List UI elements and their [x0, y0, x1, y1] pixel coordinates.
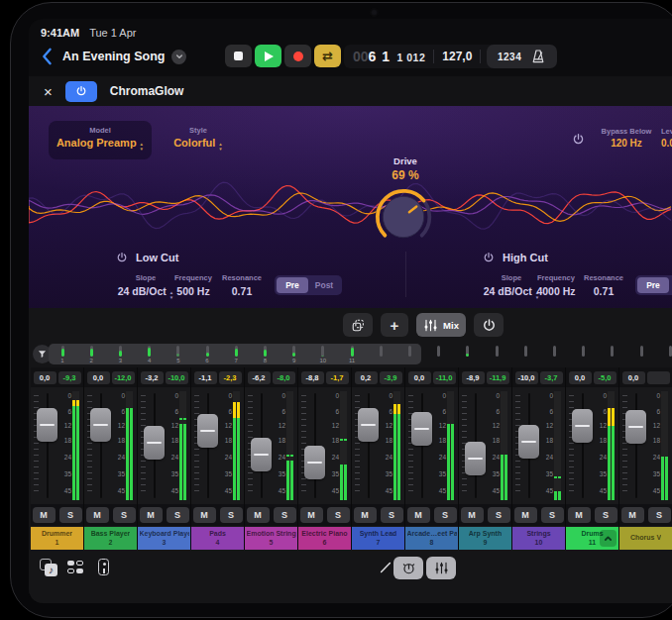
channel-volume-value[interactable]: 0,0: [622, 371, 645, 384]
mixer-view-button[interactable]: [426, 557, 456, 579]
power-button[interactable]: [474, 313, 504, 337]
close-icon[interactable]: ×: [44, 84, 53, 99]
fader-handle[interactable]: [572, 409, 593, 443]
track-overview-slots[interactable]: 1234567891011: [49, 344, 672, 365]
fader-handle[interactable]: [465, 442, 486, 475]
track-label[interactable]: Chorus V: [619, 527, 672, 550]
overview-track-slot[interactable]: 1: [56, 346, 69, 363]
play-button[interactable]: [255, 45, 281, 67]
channel-volume-value[interactable]: -8,8: [301, 371, 324, 384]
overview-track-slot[interactable]: [374, 346, 388, 357]
channel-volume-value[interactable]: -8,9: [462, 371, 485, 384]
duplicate-button[interactable]: [343, 313, 373, 337]
level-control[interactable]: Level 0.0: [661, 127, 672, 149]
metronome-icon[interactable]: [530, 49, 546, 64]
cycle-button[interactable]: ⇄: [314, 45, 341, 67]
style-selector[interactable]: Style Colorful▲▼: [162, 121, 235, 159]
solo-button[interactable]: S: [220, 507, 243, 523]
track-label[interactable]: Drummer1: [31, 527, 83, 550]
solo-button[interactable]: S: [541, 507, 564, 523]
model-selector[interactable]: Model Analog Preamp▲▼: [49, 121, 152, 159]
overview-track-slot[interactable]: [663, 346, 672, 357]
channel-volume-value[interactable]: 0,0: [408, 371, 431, 384]
bypass-below-control[interactable]: Bypass Below 120 Hz: [591, 127, 662, 149]
solo-button[interactable]: S: [595, 507, 617, 523]
solo-button[interactable]: S: [648, 507, 671, 523]
mute-button[interactable]: M: [193, 507, 216, 523]
low-cut-resonance[interactable]: Resonance 0.71: [210, 273, 274, 297]
mute-button[interactable]: M: [354, 507, 377, 523]
overview-track-slot[interactable]: 6: [200, 346, 214, 363]
channel-volume-value[interactable]: -6,2: [248, 371, 271, 384]
channel-volume-value[interactable]: -3,2: [141, 371, 164, 384]
overview-track-slot[interactable]: 2: [84, 346, 98, 363]
channel-volume-value[interactable]: 0,0: [569, 371, 592, 384]
overview-track-slot[interactable]: [402, 346, 416, 357]
mute-button[interactable]: M: [407, 507, 430, 523]
record-button[interactable]: [284, 45, 311, 67]
fader-handle[interactable]: [37, 408, 57, 442]
solo-button[interactable]: S: [274, 507, 296, 523]
mute-button[interactable]: M: [461, 507, 484, 523]
pre-segment[interactable]: Pre: [637, 277, 669, 293]
mix-view-button[interactable]: Mix: [416, 313, 466, 337]
mute-button[interactable]: M: [86, 507, 109, 523]
plugin-power-button[interactable]: [65, 81, 97, 102]
low-cut-power-icon[interactable]: [116, 252, 128, 263]
collapse-chevron-icon[interactable]: [600, 530, 616, 547]
overview-track-slot[interactable]: 9: [287, 346, 301, 363]
back-chevron-icon[interactable]: [41, 48, 53, 65]
pencil-icon[interactable]: [378, 560, 393, 575]
track-label[interactable]: Drums11: [566, 527, 618, 550]
fader-strip-icon[interactable]: [94, 558, 114, 577]
stop-button[interactable]: [225, 45, 252, 67]
channel-volume-value[interactable]: 0,0: [87, 371, 110, 384]
solo-button[interactable]: S: [488, 507, 510, 523]
solo-button[interactable]: S: [434, 507, 457, 523]
fader-handle[interactable]: [304, 446, 325, 479]
fader-handle[interactable]: [411, 412, 432, 446]
overview-track-slot[interactable]: 5: [171, 346, 185, 363]
post-segment[interactable]: Post: [308, 277, 340, 293]
overview-track-slot[interactable]: [461, 346, 475, 357]
mute-button[interactable]: M: [621, 507, 644, 523]
channel-volume-value[interactable]: 0,2: [355, 371, 378, 384]
mute-button[interactable]: M: [247, 507, 270, 523]
controls-view-button[interactable]: [393, 557, 423, 579]
fader-handle[interactable]: [625, 410, 646, 444]
solo-button[interactable]: S: [327, 507, 350, 523]
solo-button[interactable]: S: [59, 507, 82, 523]
sound-library-icon[interactable]: [66, 558, 86, 577]
overview-track-slot[interactable]: [432, 346, 446, 357]
mute-button[interactable]: M: [140, 507, 163, 523]
overview-track-slot[interactable]: 4: [143, 346, 157, 363]
overview-track-slot[interactable]: 7: [229, 346, 243, 363]
overview-track-slot[interactable]: [518, 346, 532, 357]
overview-track-slot[interactable]: [577, 346, 591, 357]
high-cut-resonance[interactable]: Resonance 0.71: [572, 273, 635, 297]
overview-track-slot[interactable]: 3: [113, 346, 127, 363]
track-label[interactable]: Arp Synth9: [459, 527, 511, 550]
solo-button[interactable]: S: [381, 507, 403, 523]
overview-track-slot[interactable]: [490, 346, 504, 357]
bypass-power-icon[interactable]: [572, 133, 585, 146]
fader-handle[interactable]: [144, 426, 165, 460]
drive-control[interactable]: Drive 69 %: [372, 155, 439, 249]
mute-button[interactable]: M: [33, 507, 56, 523]
track-label[interactable]: Electric Piano6: [298, 527, 351, 550]
fader-handle[interactable]: [518, 425, 539, 459]
add-track-button[interactable]: +: [381, 313, 408, 337]
track-label[interactable]: Keyboard Player3: [138, 527, 190, 550]
track-label[interactable]: Bass Player2: [84, 527, 137, 550]
fader-handle[interactable]: [197, 414, 218, 448]
fader-handle[interactable]: [358, 408, 379, 442]
track-label[interactable]: Pads4: [191, 527, 244, 550]
mute-button[interactable]: M: [300, 507, 323, 523]
overview-track-slot[interactable]: [547, 346, 561, 357]
track-label[interactable]: Emotion Strings5: [245, 527, 297, 550]
mute-button[interactable]: M: [514, 507, 537, 523]
solo-button[interactable]: S: [167, 507, 189, 523]
track-label[interactable]: Synth Lead7: [352, 527, 404, 550]
overview-track-slot[interactable]: 8: [258, 346, 272, 363]
pre-segment[interactable]: Pre: [277, 277, 308, 293]
